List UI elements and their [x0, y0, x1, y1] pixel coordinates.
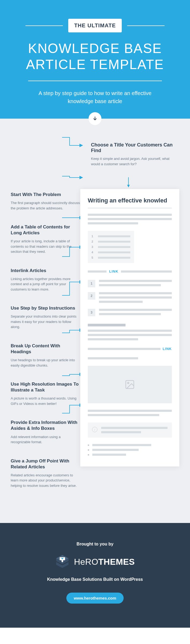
tip-asides: Provide Extra Information With Asides & …: [11, 420, 80, 445]
content-columns: Start With The Problem The first paragra…: [11, 189, 179, 502]
footer: Brought to you by HeROTHEMES Knowledge B…: [0, 523, 190, 628]
mockup-inline-link: LINK: [88, 347, 172, 351]
step-row: 3: [88, 309, 172, 317]
body-section: Choose a Title Your Customers Can Find K…: [0, 119, 190, 523]
toc-row: 4: [92, 251, 130, 254]
toc-row: 1: [92, 235, 130, 238]
hero-title-line1: KNOWLEDGE BASE: [28, 41, 162, 56]
toc-row: 3: [92, 245, 130, 248]
hero-subtitle: A step by step guide to how to write an …: [28, 89, 162, 105]
tip-desc: Separate your instructions into clear po…: [11, 314, 80, 330]
brand-light: HeRO: [74, 557, 98, 567]
footer-logo: HeROTHEMES: [11, 555, 179, 569]
step-row: 1: [88, 280, 172, 288]
footer-tagline: Knowledge Base Solutions Built on WordPr…: [11, 577, 179, 582]
tip-related: Give a Jump Off Point With Related Artic…: [11, 458, 80, 488]
mockup-steps: 1 2 3: [88, 280, 172, 317]
mockup-link-label: LINK: [109, 269, 118, 273]
related-item: [88, 454, 172, 456]
divider-right: [127, 25, 165, 26]
tip-desc: Use headings to break up your article in…: [11, 357, 80, 368]
mockup-related-list: [88, 444, 172, 456]
tip-toc: Add a Table of Contents for Long Article…: [11, 224, 80, 254]
toc-row: 5: [92, 256, 130, 259]
tip-images: Use High Resolution Images To Illustrate…: [11, 381, 80, 406]
toc-row: 2: [92, 240, 130, 243]
mockup-intro-para: [88, 214, 172, 224]
hero-title: KNOWLEDGE BASE ARTICLE TEMPLATE: [11, 40, 179, 73]
tip-interlink: Interlink Articles Linking articles toge…: [11, 268, 80, 292]
hero-separator: [28, 81, 162, 81]
svg-marker-3: [80, 176, 82, 179]
hero-badge: THE ULTIMATE: [68, 19, 122, 32]
tip-title-desc: Keep it simple and avoid jargon. Ask you…: [91, 156, 179, 167]
toc-number: 2: [92, 240, 95, 243]
herothemes-logo-icon: [55, 555, 70, 569]
toc-number: 1: [92, 235, 95, 238]
tip-heading: Use Step by Step Instructions: [11, 305, 80, 311]
divider-left: [25, 25, 63, 26]
tip-heading: Give a Jump Off Point With Related Artic…: [11, 458, 80, 470]
mockup-info-box: i: [88, 423, 172, 438]
tip-desc: Add relevent information using a recogni…: [11, 434, 80, 445]
image-icon: [124, 379, 135, 390]
tip-desc: Related articles encourage customers to …: [11, 473, 80, 488]
tips-column: Start With The Problem The first paragra…: [11, 189, 80, 502]
related-item: [88, 444, 172, 446]
toc-number: 4: [92, 251, 95, 254]
footer-brought: Brought to you by: [11, 542, 179, 547]
step-row: 2: [88, 292, 172, 305]
tip-desc: The first paragraph should succinctly di…: [11, 200, 80, 211]
tip-title-heading: Choose a Title Your Customers Can Find: [91, 142, 179, 153]
tip-heading: Use High Resolution Images To Illustrate…: [11, 381, 80, 393]
hero-title-line2: ARTICLE TEMPLATE: [26, 57, 164, 72]
svg-marker-1: [127, 185, 130, 187]
step-number: 1: [88, 280, 95, 287]
mockup-para: [88, 330, 172, 340]
mockup-image-placeholder: [88, 366, 172, 403]
svg-marker-2: [80, 144, 82, 147]
step-number: 3: [88, 309, 95, 316]
related-item: [88, 449, 172, 451]
tip-desc: A picture is worth a thousand words. Usi…: [11, 396, 80, 406]
toc-number: 3: [92, 245, 95, 248]
mockup-heading: [88, 324, 126, 326]
tip-headings: Break Up Content With Headings Use headi…: [11, 343, 80, 368]
connector-arrow-down: [126, 177, 131, 188]
hero-header: THE ULTIMATE KNOWLEDGE BASE ARTICLE TEMP…: [0, 0, 190, 119]
toc-number: 5: [92, 256, 95, 259]
tip-heading: Start With The Problem: [11, 192, 80, 198]
tip-problem: Start With The Problem The first paragra…: [11, 192, 80, 211]
badge-row: THE ULTIMATE: [11, 19, 179, 32]
footer-url-button[interactable]: www.herothemes.com: [66, 593, 124, 604]
footer-brand-name: HeROTHEMES: [74, 557, 135, 567]
tip-desc: Linking articles together provides more …: [11, 276, 80, 292]
tip-title: Choose a Title Your Customers Can Find K…: [91, 131, 179, 167]
tip-heading: Add a Table of Contents for Long Article…: [11, 224, 80, 236]
mockup-link-line: LINK: [88, 269, 172, 273]
tip-steps: Use Step by Step Instructions Separate y…: [11, 305, 80, 330]
tip-heading: Break Up Content With Headings: [11, 343, 80, 355]
mockup-column: Writing an effective knowled 1 2 3 4 5 L…: [80, 189, 179, 502]
down-arrow-icon: [89, 112, 101, 125]
tip-heading: Interlink Articles: [11, 268, 80, 274]
tip-desc: If your article is long, include a table…: [11, 239, 80, 254]
info-icon: i: [92, 427, 97, 432]
svg-point-11: [128, 382, 129, 384]
step-number: 2: [88, 292, 95, 300]
mockup-link-label: LINK: [163, 347, 172, 351]
mockup-toc: 1 2 3 4 5: [88, 231, 134, 263]
mockup-article-title: Writing an effective knowled: [88, 197, 172, 208]
article-mockup: Writing an effective knowled 1 2 3 4 5 L…: [80, 189, 179, 466]
mockup-para: [88, 410, 172, 416]
brand-bold: THEMES: [98, 557, 135, 567]
tip-heading: Provide Extra Information With Asides & …: [11, 420, 80, 431]
